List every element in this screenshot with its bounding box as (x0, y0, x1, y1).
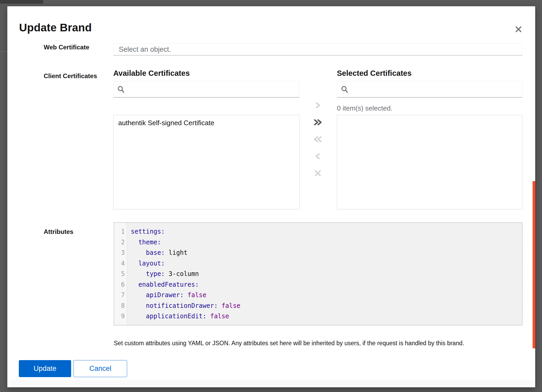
clear-selection-button (310, 166, 325, 181)
code-line-numbers: 123456789 (114, 223, 127, 325)
attributes-help-text: Set custom attributes using YAML or JSON… (114, 339, 522, 347)
modal-footer-strip (7, 380, 535, 387)
angle-right-icon (314, 101, 322, 110)
angle-left-icon (314, 152, 322, 161)
close-icon (514, 25, 523, 33)
move-all-right-button[interactable] (310, 115, 325, 130)
angle-double-right-icon (313, 118, 323, 127)
selected-search-box (337, 81, 522, 97)
selected-count-status: 0 item(s) selected. (337, 104, 392, 112)
available-search-box (113, 81, 300, 97)
scrollbar-thumb[interactable] (533, 181, 535, 348)
move-selected-left-button (310, 149, 325, 164)
times-icon (314, 169, 322, 177)
selected-search-input[interactable] (352, 85, 518, 93)
search-icon (117, 85, 125, 93)
close-button[interactable] (512, 23, 525, 36)
selected-certificates-heading: Selected Certificates (337, 68, 411, 78)
page-title: Update Brand (19, 21, 92, 34)
code-content: settings: theme: base: light layout: typ… (127, 223, 522, 325)
update-button[interactable]: Update (19, 360, 71, 377)
background-page-fragment (0, 0, 43, 4)
angle-double-left-icon (313, 135, 323, 144)
move-all-left-button (310, 132, 325, 147)
available-certificates-heading: Available Certificates (113, 68, 190, 78)
move-selected-right-button (310, 98, 325, 113)
update-brand-modal: Update Brand Web Certificate Client Cert… (7, 6, 535, 387)
client-certificates-label: Client Certificates (44, 72, 97, 80)
dual-list-controls (310, 98, 325, 181)
attributes-code-editor[interactable]: 123456789 settings: theme: base: light l… (114, 222, 522, 325)
search-icon (341, 85, 349, 93)
web-certificate-select[interactable] (113, 43, 522, 55)
available-certificates-list: authentik Self-signed Certificate (113, 115, 300, 209)
background-page-fragment (0, 51, 7, 52)
attributes-label: Attributes (44, 228, 73, 236)
available-search-input[interactable] (128, 85, 296, 93)
selected-certificates-list (337, 115, 522, 209)
certificate-list-item[interactable]: authentik Self-signed Certificate (114, 115, 299, 131)
web-certificate-label: Web Certificate (44, 43, 89, 51)
cancel-button[interactable]: Cancel (74, 360, 127, 377)
